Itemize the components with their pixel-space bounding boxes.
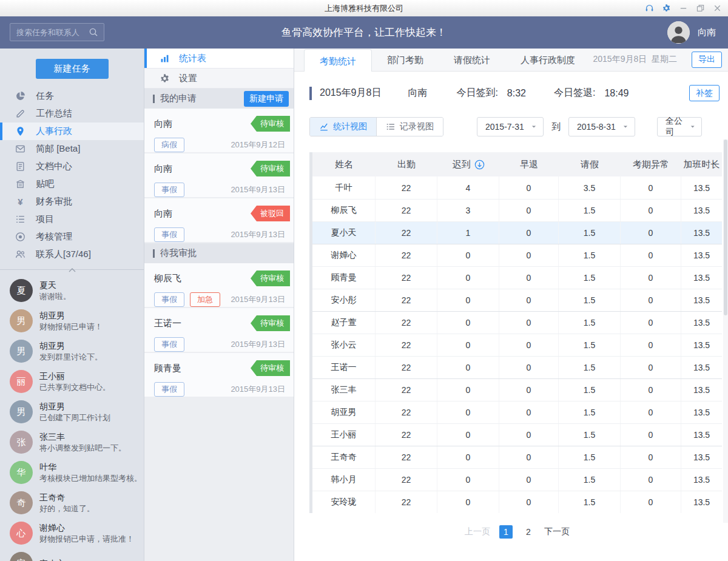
date-from-select[interactable]: 2015-7-31 [477,117,544,136]
cell-value: 0 [621,491,681,513]
tabs: 考勤统计部门考勤请假统计人事行政制度 [304,49,590,71]
contact-item[interactable]: 男 胡亚男 财物报销已申请！ [0,306,144,336]
contacts-collapse-handle[interactable] [0,269,144,273]
column-header: 请假 [559,152,621,176]
sidebar-item-work-summary[interactable]: 工作总结 [0,105,144,123]
table-row[interactable]: 千叶 22403.5013.5 [312,176,722,199]
section-marker [153,249,155,258]
sidebar-item-forum[interactable]: 贴吧 [0,175,144,193]
status-badge: 待审核 [251,116,290,132]
prev-page-button[interactable]: 上一页 [465,526,490,537]
new-application-button[interactable]: 新建申请 [244,91,289,107]
table-row[interactable]: 安玲珑 22001.5013.5 [312,491,722,513]
minimize-button[interactable] [679,4,688,13]
sidebar-item-docs[interactable]: 文档中心 [0,158,144,175]
sidebar-item-mail[interactable]: 简邮 [Beta] [0,140,144,158]
avatar: 心 [10,522,33,545]
close-button[interactable] [713,4,722,13]
date-to-select[interactable]: 2015-8-31 [568,117,635,136]
tab-hr-policy[interactable]: 人事行政制度 [505,49,590,71]
cell-value: 0 [621,379,681,401]
approval-card[interactable]: 向南 被驳回 事假 2015年9月13日 [144,198,294,242]
sidebar-item-hr-admin[interactable]: 人事行政 [0,123,144,140]
approval-card[interactable]: 向南 待审核 事假 2015年9月13日 [144,153,294,197]
cell-value: 0 [621,401,681,423]
table-row[interactable]: 安小彤 22001.5013.5 [312,289,722,311]
gear-icon[interactable] [662,4,671,13]
contact-message: 将小调整发到贴吧一下。 [39,443,126,454]
cell-value: 22 [376,469,437,491]
table-row[interactable]: 谢婵心 22001.5013.5 [312,244,722,266]
contact-item[interactable]: 张 张三丰 将小调整发到贴吧一下。 [0,427,144,457]
table-row[interactable]: 赵子萱 22001.5013.5 [312,311,722,334]
cell-value: 0 [437,334,499,356]
column-header: 早退 [499,152,559,176]
table-row[interactable]: 韩小月 22001.5013.5 [312,468,722,491]
user-menu[interactable]: 向南 [667,21,716,44]
page-number-1[interactable]: 1 [499,525,513,539]
sidebar-item-projects[interactable]: 项目 [0,210,144,228]
tab-leave-stats[interactable]: 请假统计 [439,49,505,71]
sidebar-item-contacts[interactable]: 联系人[37/46] [0,246,144,263]
bar-chart-icon [160,53,170,64]
table-row[interactable]: 胡亚男 22001.5013.5 [312,401,722,423]
column-header: 加班时长 [681,152,722,176]
column-header: 姓名 [312,152,376,176]
cell-value: 0 [621,312,681,334]
contact-item[interactable]: 华 叶华 考核模块已增加结果型考核。 [0,457,144,488]
approval-card[interactable]: 王诺一 待审核 事假 2015年9月13日 [144,308,294,352]
contact-item[interactable]: 夏 夏天 谢谢啦。 [0,275,144,306]
contact-item[interactable]: 奇 王奇奇 好的，知道了。 [0,488,144,518]
yuan-icon: ¥ [15,197,25,207]
view-statistics-button[interactable]: 统计视图 [310,118,376,136]
contact-message: 财物报销已申请，请批准！ [39,534,134,545]
table-row[interactable]: 王奇奇 22001.5013.5 [312,446,722,468]
table-row[interactable]: 张小云 22001.5013.5 [312,334,722,356]
tab-attendance-stats[interactable]: 考勤统计 [304,49,372,72]
table-row[interactable]: 张三丰 22001.5013.5 [312,378,722,401]
sidebar: 新建任务 任务 工作总结 人事行政 简邮 [Beta] 文档中心 贴吧 ¥ 财务… [0,49,144,561]
cell-value: 0 [499,491,559,513]
next-page-button[interactable]: 下一页 [544,526,570,537]
scope-select[interactable]: 全公司 [657,117,702,136]
gear-icon [160,73,170,84]
signin-time: 8:32 [507,88,526,99]
applicant-name: 向南 [154,118,172,130]
table-row[interactable]: 顾青曼 22001.5013.5 [312,266,722,289]
approval-card[interactable]: 向南 待审核 病假 2015年9月12日 [144,109,294,152]
tab-dept-attendance[interactable]: 部门考勤 [372,49,439,71]
sidebar-item-tasks[interactable]: 任务 [0,87,144,105]
sort-descending-icon[interactable] [474,160,485,170]
restore-button[interactable] [696,4,705,13]
scrollbar-thumb[interactable] [724,139,727,315]
headset-icon[interactable] [645,4,654,13]
cell-value: 0 [437,379,499,401]
view-records-button[interactable]: 记录视图 [376,118,443,136]
sidebar-item-assessment[interactable]: 考核管理 [0,228,144,246]
table-row[interactable]: 王小丽 22001.5013.5 [312,423,722,446]
leave-type-tag: 事假 [154,382,184,397]
panel-item-settings[interactable]: 设置 [144,69,294,89]
approval-card[interactable]: 顾青曼 待审核 事假 2015年9月13日 [144,353,294,397]
sidebar-item-finance[interactable]: ¥ 财务审批 [0,193,144,210]
column-header: 出勤 [376,152,437,176]
new-task-button[interactable]: 新建任务 [36,59,109,79]
cell-value: 0 [437,289,499,311]
approval-card[interactable]: 柳辰飞 待审核 事假加急 2015年9月13日 [144,263,294,307]
contact-message: 发到群里讨论下。 [39,352,103,363]
contact-item[interactable]: 丽 王小丽 已共享到文档中心。 [0,366,144,397]
makeup-signin-button[interactable]: 补签 [689,85,720,101]
table-row[interactable]: 王诺一 22001.5013.5 [312,356,722,378]
current-date: 2015年9月8日 星期二 [593,54,678,65]
contact-item[interactable]: 男 胡亚男 发到群里讨论下。 [0,336,144,366]
contact-item[interactable]: 心 谢婵心 财物报销已申请，请批准！ [0,518,144,548]
contact-item[interactable]: 男 胡亚男 已创建下周工作计划 [0,397,144,427]
contact-item[interactable]: 安 安小文 [0,548,144,561]
export-button[interactable]: 导出 [692,52,722,68]
panel-item-statistics[interactable]: 统计表 [144,49,294,69]
page-number-2[interactable]: 2 [522,525,535,539]
cell-value: 0 [437,446,499,468]
table-row[interactable]: 柳辰飞 22301.5013.5 [312,199,722,221]
table-row[interactable]: 夏小天 22101.5013.5 [312,221,722,244]
cell-value: 0 [621,267,681,289]
